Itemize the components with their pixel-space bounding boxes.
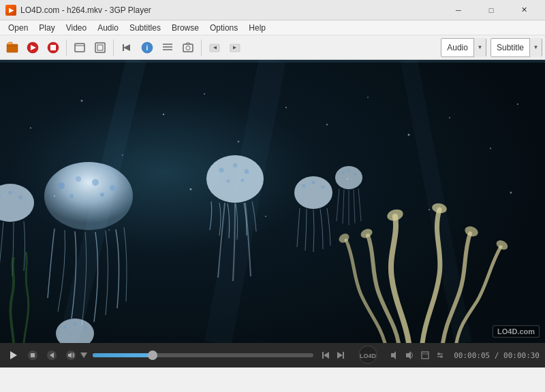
- svg-point-68: [341, 172, 344, 174]
- info-button[interactable]: i: [138, 38, 157, 57]
- svg-point-46: [44, 162, 133, 230]
- window-button[interactable]: [70, 38, 89, 57]
- svg-marker-95: [391, 351, 396, 359]
- vol-up-button[interactable]: [403, 348, 417, 362]
- next-chapter-button[interactable]: [225, 38, 245, 57]
- settings-ctrl-button[interactable]: [433, 348, 447, 362]
- prev-ctrl-button[interactable]: [44, 347, 60, 363]
- watermark: LO4D.com: [493, 325, 540, 338]
- svg-point-28: [122, 154, 123, 156]
- svg-point-59: [233, 163, 237, 167]
- svg-point-42: [265, 216, 266, 217]
- svg-point-58: [219, 168, 224, 173]
- svg-point-74: [84, 327, 87, 330]
- subtitle-dropdown-arrow: ▼: [529, 38, 542, 57]
- svg-rect-4: [50, 45, 56, 50]
- fullscreen-button[interactable]: [91, 38, 110, 57]
- svg-point-37: [490, 148, 491, 149]
- svg-point-32: [285, 107, 287, 108]
- time-current: 00:00:05: [454, 351, 490, 360]
- window-controls: ─ □ ✕: [443, 0, 540, 20]
- svg-point-47: [58, 182, 65, 189]
- play-pause-button[interactable]: [5, 347, 22, 363]
- audio-dropdown-arrow: ▼: [473, 38, 486, 57]
- svg-point-50: [110, 185, 115, 191]
- svg-point-49: [92, 179, 99, 186]
- svg-point-101: [438, 353, 440, 355]
- menu-subtitles[interactable]: Subtitles: [124, 20, 166, 35]
- stop-ctrl-button[interactable]: [25, 347, 41, 363]
- volume-dropdown-arrow[interactable]: [80, 353, 87, 358]
- seek-thumb[interactable]: [148, 350, 157, 360]
- time-separator: /: [495, 351, 499, 360]
- svg-point-64: [302, 184, 306, 188]
- subtitle-dropdown[interactable]: Subtitle ▼: [490, 38, 542, 57]
- time-display: 00:00:05 / 00:00:30: [454, 351, 540, 360]
- svg-point-70: [354, 173, 356, 176]
- seek-progress: [93, 353, 153, 357]
- menu-open[interactable]: Open: [3, 20, 33, 35]
- play-button[interactable]: [23, 38, 42, 57]
- video-area: LO4D.com: [0, 60, 545, 343]
- svg-point-27: [81, 100, 83, 102]
- stop-button[interactable]: [44, 38, 63, 57]
- fullscreen-ctrl-button[interactable]: [418, 348, 432, 362]
- close-button[interactable]: ✕: [508, 0, 540, 20]
- svg-point-44: [429, 209, 430, 210]
- svg-marker-82: [10, 351, 17, 359]
- menu-video[interactable]: Video: [61, 20, 92, 35]
- svg-point-60: [245, 169, 249, 174]
- app-icon: ▶: [5, 5, 16, 16]
- svg-point-61: [227, 180, 230, 183]
- menu-options[interactable]: Options: [204, 20, 243, 35]
- svg-rect-16: [183, 44, 193, 52]
- svg-point-36: [449, 117, 450, 118]
- menu-bar: Open Play Video Audio Subtitles Browse O…: [0, 20, 545, 35]
- svg-rect-84: [31, 353, 35, 357]
- prev-chapter-button[interactable]: [205, 38, 224, 57]
- capture-button[interactable]: [178, 38, 198, 57]
- menu-play[interactable]: Play: [33, 20, 60, 35]
- separator-1: [66, 39, 67, 56]
- svg-marker-96: [406, 351, 411, 359]
- svg-rect-81: [0, 60, 545, 63]
- svg-rect-10: [123, 44, 124, 51]
- svg-point-102: [441, 356, 443, 358]
- svg-rect-0: [7, 44, 18, 52]
- svg-point-34: [367, 97, 369, 98]
- svg-marker-91: [337, 352, 343, 359]
- svg-rect-97: [422, 352, 429, 359]
- svg-point-51: [69, 194, 74, 198]
- menu-audio[interactable]: Audio: [92, 20, 124, 35]
- volume-ctrl-button[interactable]: [63, 347, 79, 363]
- svg-point-62: [241, 179, 245, 182]
- maximize-button[interactable]: □: [476, 0, 507, 20]
- toolbar: i Audio ▼ Subtitle: [0, 35, 545, 60]
- svg-rect-8: [97, 45, 103, 50]
- prev-track-button[interactable]: [319, 348, 332, 362]
- svg-point-57: [206, 155, 264, 203]
- volume-control-group: [63, 347, 87, 363]
- playlist-button[interactable]: [158, 38, 177, 57]
- svg-point-31: [238, 141, 240, 143]
- svg-marker-88: [80, 353, 87, 358]
- svg-marker-89: [324, 352, 329, 359]
- seek-bar[interactable]: [93, 353, 313, 357]
- prev-frame-button[interactable]: [117, 38, 136, 57]
- next-track-button[interactable]: [334, 348, 347, 362]
- svg-marker-9: [123, 44, 130, 51]
- svg-text:i: i: [146, 44, 149, 52]
- title-bar: ▶ LO4D.com - h264.mkv - 3GP Player ─ □ ✕: [0, 0, 545, 20]
- menu-help[interactable]: Help: [243, 20, 271, 35]
- open-button[interactable]: [3, 38, 22, 57]
- vol-down-button[interactable]: [388, 348, 402, 362]
- svg-point-73: [74, 323, 77, 326]
- video-frame: [0, 60, 545, 343]
- right-controls: LO4D: [319, 345, 447, 366]
- svg-point-69: [347, 169, 350, 172]
- audio-dropdown[interactable]: Audio ▼: [441, 38, 486, 57]
- svg-point-45: [510, 192, 512, 194]
- menu-browse[interactable]: Browse: [166, 20, 204, 35]
- minimize-button[interactable]: ─: [443, 0, 474, 20]
- svg-point-29: [163, 114, 164, 115]
